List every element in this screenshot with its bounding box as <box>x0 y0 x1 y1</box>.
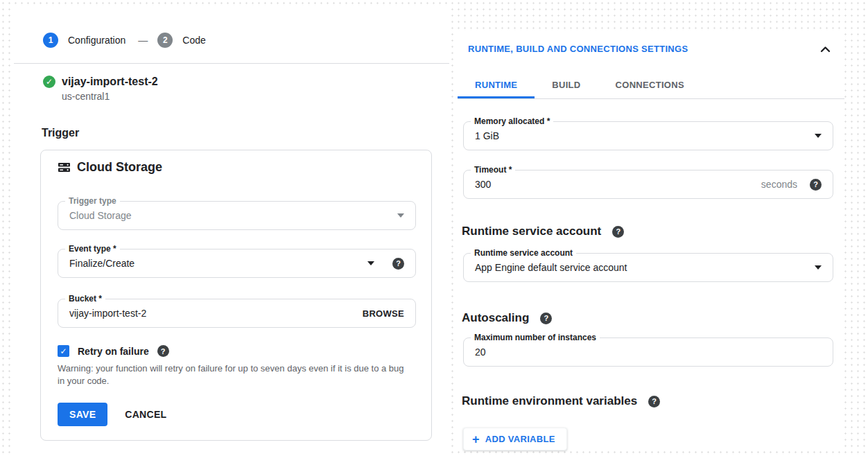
retry-label: Retry on failure <box>78 346 149 357</box>
service-account-heading: Runtime service account <box>462 225 601 238</box>
add-variable-button[interactable]: + ADD VARIABLE <box>463 428 567 450</box>
stepper-separator: — <box>138 35 148 46</box>
event-type-help-icon[interactable]: ? <box>392 258 404 270</box>
service-account-help-icon[interactable]: ? <box>612 226 624 238</box>
memory-allocated-select[interactable]: Memory allocated * 1 GiB <box>463 121 833 150</box>
timeout-field[interactable]: Timeout * seconds ? <box>463 170 833 199</box>
service-account-value: App Engine default service account <box>475 262 815 273</box>
step-1-circle[interactable]: 1 <box>43 33 58 48</box>
chevron-up-icon[interactable] <box>820 46 831 53</box>
memory-allocated-label: Memory allocated * <box>471 116 553 126</box>
browse-button[interactable]: BROWSE <box>363 308 404 319</box>
runtime-settings-panel: RUNTIME, BUILD AND CONNECTIONS SETTINGS … <box>458 31 844 447</box>
cancel-button[interactable]: CANCEL <box>125 409 166 420</box>
add-variable-label: ADD VARIABLE <box>485 434 555 444</box>
autoscaling-help-icon[interactable]: ? <box>540 313 552 324</box>
retry-checkbox[interactable]: ✓ <box>58 345 69 357</box>
tab-connections[interactable]: CONNECTIONS <box>598 73 702 98</box>
trigger-type-value: Cloud Storage <box>69 210 397 221</box>
save-button[interactable]: SAVE <box>58 403 107 426</box>
header-divider <box>14 63 449 64</box>
plus-icon: + <box>472 435 480 444</box>
trigger-type-label: Trigger type <box>65 196 120 206</box>
trigger-type-select[interactable]: Trigger type Cloud Storage <box>58 201 416 230</box>
timeout-input[interactable] <box>475 179 761 190</box>
env-vars-heading: Runtime environment variables <box>462 394 637 408</box>
tab-build[interactable]: BUILD <box>535 73 598 98</box>
step-2-label[interactable]: Code <box>182 35 205 46</box>
chevron-down-icon <box>815 134 822 138</box>
configuration-panel: 1 Configuration — 2 Code ✓ vijay-import-… <box>14 8 449 456</box>
settings-tabs: RUNTIME BUILD CONNECTIONS <box>458 73 844 99</box>
max-instances-field[interactable]: Maximum number of instances <box>463 337 833 367</box>
autoscaling-heading: Autoscaling <box>462 311 529 325</box>
timeout-label: Timeout * <box>471 165 515 175</box>
trigger-card-title: Cloud Storage <box>77 160 162 175</box>
memory-allocated-value: 1 GiB <box>475 130 815 141</box>
service-account-select[interactable]: Runtime service account App Engine defau… <box>463 253 833 282</box>
chevron-down-icon <box>367 261 374 265</box>
max-instances-label: Maximum number of instances <box>471 333 600 342</box>
bucket-label: Bucket * <box>65 294 105 304</box>
success-check-icon: ✓ <box>43 76 55 88</box>
trigger-section-title: Trigger <box>42 127 449 139</box>
event-type-value: Finalize/Create <box>69 258 367 269</box>
bucket-input[interactable] <box>69 308 363 319</box>
settings-expander-label[interactable]: RUNTIME, BUILD AND CONNECTIONS SETTINGS <box>468 44 688 54</box>
timeout-suffix: seconds <box>761 179 797 190</box>
max-instances-input[interactable] <box>475 347 822 358</box>
env-vars-help-icon[interactable]: ? <box>648 396 660 407</box>
retry-help-icon[interactable]: ? <box>157 345 169 357</box>
timeout-help-icon[interactable]: ? <box>810 179 822 191</box>
function-name: vijay-import-test-2 <box>62 76 158 88</box>
bucket-field[interactable]: Bucket * BROWSE <box>58 299 416 328</box>
stepper: 1 Configuration — 2 Code <box>43 33 449 48</box>
retry-warning-text: Warning: your function will retry on fai… <box>58 362 413 387</box>
chevron-down-icon <box>397 213 404 218</box>
tab-runtime[interactable]: RUNTIME <box>458 73 535 98</box>
function-region: us-central1 <box>62 91 449 102</box>
step-2-circle[interactable]: 2 <box>157 33 173 48</box>
trigger-card: Cloud Storage Trigger type Cloud Storage… <box>40 150 432 441</box>
step-1-label[interactable]: Configuration <box>68 35 125 46</box>
cloud-storage-icon <box>58 161 71 174</box>
event-type-select[interactable]: Event type * Finalize/Create ? <box>58 249 416 278</box>
chevron-down-icon <box>815 265 822 270</box>
service-account-label: Runtime service account <box>471 248 576 258</box>
event-type-label: Event type * <box>65 244 120 254</box>
